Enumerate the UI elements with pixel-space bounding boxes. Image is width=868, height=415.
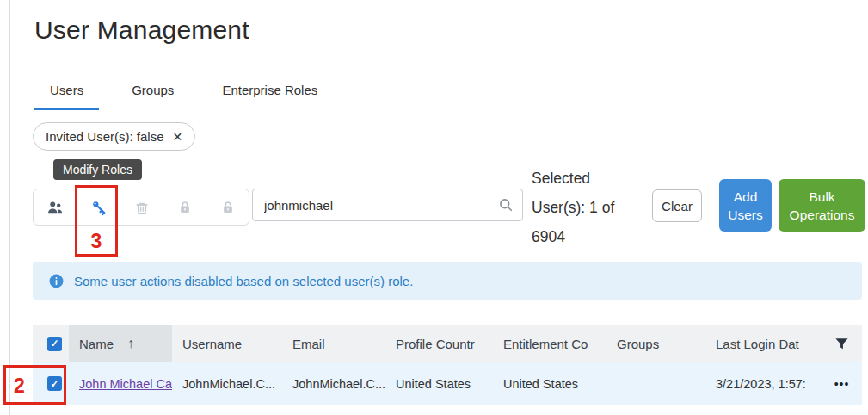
tab-users[interactable]: Users — [34, 76, 99, 110]
selection-summary: Selected User(s): 1 of 6904 — [532, 164, 633, 251]
info-banner: Some user actions disabled based on sele… — [33, 262, 862, 300]
bulk-operations-button[interactable]: Bulk Operations — [779, 179, 865, 232]
tab-enterprise-roles[interactable]: Enterprise Roles — [206, 76, 333, 110]
lock-icon — [176, 199, 194, 216]
page-title: User Management — [34, 15, 249, 45]
filter-chip-label: Invited User(s): false — [46, 129, 164, 144]
delete-user-button[interactable] — [120, 189, 163, 225]
info-icon — [48, 273, 65, 289]
cell-profile-country: United States — [385, 377, 493, 391]
user-name-link[interactable]: John Michael Ca — [79, 377, 172, 391]
column-header-name[interactable]: Name ↑ — [69, 325, 172, 362]
lock-user-button[interactable] — [163, 189, 206, 225]
trash-icon — [133, 199, 151, 216]
cell-username: JohnMichael.C... — [172, 377, 282, 391]
annotation-box-step-2: 2 — [3, 365, 66, 405]
user-actions-toolbar — [33, 189, 249, 226]
chip-close-icon[interactable]: ✕ — [173, 130, 183, 144]
column-header-username[interactable]: Username — [172, 337, 282, 351]
clear-button[interactable]: Clear — [652, 189, 702, 222]
column-header-last-login[interactable]: Last Login Dat — [705, 337, 822, 351]
modify-roles-tooltip: Modify Roles — [53, 159, 142, 180]
column-header-groups[interactable]: Groups — [606, 337, 705, 351]
unlock-icon — [219, 199, 237, 216]
column-header-profile-country[interactable]: Profile Countr — [385, 337, 493, 351]
annotation-box-step-3: 3 — [75, 185, 118, 257]
filter-icon[interactable] — [834, 336, 850, 352]
row-actions-menu[interactable]: ••• — [834, 377, 850, 391]
column-header-email[interactable]: Email — [282, 337, 385, 351]
annotation-number-2: 2 — [14, 375, 25, 398]
manage-users-button[interactable] — [34, 189, 77, 225]
user-search — [252, 189, 523, 221]
people-icon — [46, 198, 65, 217]
column-header-entitlement-country[interactable]: Entitlement Co — [493, 337, 606, 351]
user-management-screen: User Management Users Groups Enterprise … — [0, 0, 868, 415]
sort-ascending-icon[interactable]: ↑ — [127, 336, 134, 351]
cell-email: JohnMichael.C... — [282, 377, 385, 391]
select-all-checkbox[interactable]: ✓ — [47, 337, 62, 351]
annotation-number-3: 3 — [91, 230, 102, 253]
info-banner-text: Some user actions disabled based on sele… — [74, 274, 413, 288]
unlock-user-button[interactable] — [206, 189, 249, 225]
window-edge-divider — [9, 0, 10, 415]
checkmark-glyph: ✓ — [50, 338, 58, 350]
cell-last-login: 3/21/2023, 1:57: — [705, 377, 822, 391]
table-row[interactable]: ✓ John Michael Ca JohnMichael.C... JohnM… — [33, 362, 862, 405]
search-input[interactable] — [252, 189, 523, 221]
search-icon — [497, 196, 514, 214]
users-table: ✓ Name ↑ Username Email Profile Countr E… — [33, 325, 862, 405]
tab-bar: Users Groups Enterprise Roles — [34, 76, 333, 110]
tab-groups[interactable]: Groups — [116, 76, 189, 110]
table-header-row: ✓ Name ↑ Username Email Profile Countr E… — [33, 325, 862, 362]
add-users-button[interactable]: Add Users — [719, 179, 772, 232]
filter-chip-invited-users[interactable]: Invited User(s): false ✕ — [33, 122, 195, 151]
cell-entitlement-country: United States — [493, 377, 606, 391]
